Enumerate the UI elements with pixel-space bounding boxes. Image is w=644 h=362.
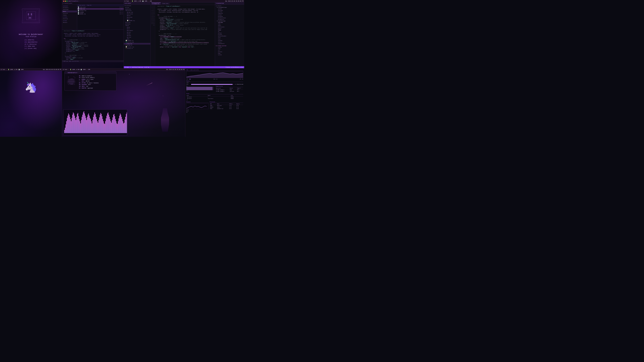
- menu-item-history[interactable]: [$ h] [History]: [24, 43, 38, 45]
- outline-editor2[interactable]: editor: [215, 41, 244, 43]
- close-dot[interactable]: [63, 1, 64, 2]
- tree-home[interactable]: ▶ home lab: [124, 11, 150, 13]
- tree-desktop-png[interactable]: 🖼 desktop.png: [124, 41, 150, 43]
- editor-content: 1 2 3 4 5 6 7 8 9 10 11 12 13 14 15 16 1…: [150, 5, 215, 66]
- outline-dotfilesdir[interactable]: dotfilesDir: [215, 26, 244, 28]
- tree-patches[interactable]: ▶ patches: [124, 8, 150, 10]
- menu-item-newtab[interactable]: [t] [New tab]: [24, 45, 38, 47]
- outline-email[interactable]: email: [215, 25, 244, 26]
- outline-defaultroamdir[interactable]: defaultRoamDir: [215, 35, 244, 37]
- tree-worklab[interactable]: ▶ worklab: [124, 16, 150, 18]
- outline-system[interactable]: system: [215, 8, 244, 10]
- outline-locale[interactable]: locale: [215, 14, 244, 16]
- viz-bar: [105, 121, 106, 133]
- tree-work[interactable]: ▶ work: [124, 15, 150, 16]
- tree-install-org[interactable]: 📝 install.org: [124, 46, 150, 48]
- tree-user[interactable]: ▼ user: [124, 25, 150, 26]
- outline-name2[interactable]: name: [215, 48, 244, 50]
- tree-dotfiles-root[interactable]: ▼ .dotfiles: [124, 5, 150, 6]
- folder-icon: ▶: [126, 7, 126, 8]
- outline-system3[interactable]: system: [215, 54, 244, 56]
- outline-spawneditor[interactable]: spawnEditor: [215, 43, 244, 44]
- editor-main: ❄ flake.nix flake.lock 1 2 3 4 5 6 7 8 9…: [150, 2, 215, 66]
- tree-hardware[interactable]: ▶ hardware: [124, 30, 150, 31]
- viz-bar: [72, 118, 72, 133]
- outline-bootmode[interactable]: bootMode: [215, 16, 244, 17]
- tree-readme-org[interactable]: 📝 README.org: [124, 40, 150, 41]
- tree-lang[interactable]: ▶ lang: [124, 31, 150, 33]
- outline-pkgs[interactable]: pkgs: [215, 53, 244, 54]
- sysmon-mem-label2: EAM:: [186, 84, 190, 85]
- outline-browser[interactable]: browser: [215, 34, 244, 35]
- folder-icon: ▶: [127, 36, 128, 38]
- viz-bar: [70, 117, 70, 133]
- outline-systemsettings[interactable]: ► systemSettings: [215, 7, 244, 8]
- outline-wm[interactable]: wm: [215, 31, 244, 32]
- menu-item-search[interactable]: [o] [Search]: [24, 39, 38, 41]
- outline-grubdevice[interactable]: grubDevice: [215, 19, 244, 20]
- tree-wsl[interactable]: ▶ wsl: [124, 18, 150, 20]
- outline-editor[interactable]: editor: [215, 28, 244, 29]
- sidebar-external[interactable]: External: [62, 18, 77, 20]
- tree-personal[interactable]: ▶ personal: [124, 13, 150, 15]
- outline-outputs[interactable]: ▶ outputs: [215, 5, 244, 7]
- sidebar-videos[interactable]: Videos: [62, 14, 77, 16]
- outline-tree: ▶ outputs ► systemSettings system hostna…: [215, 5, 244, 56]
- file-flake-nix[interactable]: 📄 flake.nix 2.26 K: [77, 8, 124, 10]
- tree-flake-nix[interactable]: ❄ flake.nix: [124, 43, 150, 44]
- sidebar-music[interactable]: Music: [62, 10, 77, 12]
- outline-username[interactable]: username: [215, 22, 244, 23]
- outline-wmtype[interactable]: wmType: [215, 32, 244, 34]
- outline-system2[interactable]: system: [215, 46, 244, 48]
- tree-app[interactable]: ▶ app: [124, 26, 150, 28]
- outline-patches[interactable]: patches: [215, 51, 244, 53]
- tree-system[interactable]: ▶ system: [124, 21, 150, 23]
- line-numbers: 1 2 3 4 5 6 7 8 9 10 11 12 13 14 15 16 1…: [150, 5, 155, 66]
- file-readme[interactable]: 📄 README.org 10.4 K: [77, 13, 124, 15]
- maximize-dot[interactable]: [66, 1, 68, 2]
- minimize-dot[interactable]: [65, 1, 66, 2]
- sysmon-mem-0: 0%: [186, 86, 214, 87]
- tree-shell[interactable]: ▶ shell: [124, 35, 150, 36]
- fm-titlebar: emmetflsnowfire:~: [62, 0, 124, 2]
- tree-wm[interactable]: ▶ wm: [124, 38, 150, 40]
- tree-profiles[interactable]: ▼ profiles: [124, 10, 150, 11]
- outline-hostname[interactable]: hostname: [215, 10, 244, 11]
- outline-timezone[interactable]: timezone: [215, 13, 244, 14]
- outline-usersettings[interactable]: ► userSettings: [215, 20, 244, 22]
- outline-src[interactable]: src: [215, 50, 244, 51]
- disk-th-path: path: [186, 95, 207, 96]
- file-license[interactable]: 📄 LICENSE 34.2 K: [77, 11, 124, 13]
- outline-bootmountpath[interactable]: bootMountPath: [215, 17, 244, 19]
- tree-style[interactable]: ▶ style: [124, 36, 150, 38]
- sidebar-documents[interactable]: Documents: [62, 7, 77, 9]
- tree-themes[interactable]: ▶ themes: [124, 23, 150, 25]
- file-install-org[interactable]: 📄 install.org 10.6 K: [77, 10, 124, 11]
- menu-item-closetab[interactable]: [x] [Close tab]: [24, 47, 38, 50]
- menu-item-quickmarks[interactable]: [b] [Quickmarks]: [24, 41, 38, 43]
- file-flake-lock[interactable]: 📄 flake.lock 27.5 K: [77, 6, 124, 8]
- sidebar-downloads[interactable]: Downloads: [62, 9, 77, 10]
- outline-theme[interactable]: theme: [215, 29, 244, 31]
- tree-install-sh[interactable]: $ install.sh: [124, 48, 150, 49]
- tab-flake-lock[interactable]: flake.lock: [161, 3, 170, 4]
- statusbar-tr: ☰ Tech | 🔋 100% ⚙ 20% 💾 100% ↕ 10% Sat 2…: [124, 0, 244, 2]
- tree-harden-sh[interactable]: $ harden.sh: [124, 44, 150, 46]
- outline-nixpkgs-patched[interactable]: ▶ nixpkgs-patched: [215, 45, 244, 46]
- tree-label: user: [127, 25, 129, 26]
- tree-readme-profiles[interactable]: 📝 README.org: [124, 20, 150, 21]
- outline-font[interactable]: font: [215, 38, 244, 40]
- tree-pkgs[interactable]: ▶ pkgs: [124, 33, 150, 35]
- tab-flake-nix[interactable]: ❄ flake.nix: [151, 2, 161, 5]
- outline-name[interactable]: name: [215, 23, 244, 25]
- sidebar-pictures[interactable]: Pictures: [62, 12, 77, 14]
- outline-term[interactable]: term: [215, 37, 244, 38]
- outline-fontpkg[interactable]: fontPkg: [215, 40, 244, 41]
- table-row: path space size: [186, 95, 243, 96]
- tree-env[interactable]: ▶ env: [124, 28, 150, 30]
- outline-profile[interactable]: profile: [215, 11, 244, 13]
- sysmon-disk-0: 0%s: [186, 100, 243, 101]
- folder-icon: ▶: [126, 8, 126, 10]
- sidebar-network[interactable]: Network: [62, 22, 77, 23]
- tree-git[interactable]: ▶ .git: [124, 6, 150, 8]
